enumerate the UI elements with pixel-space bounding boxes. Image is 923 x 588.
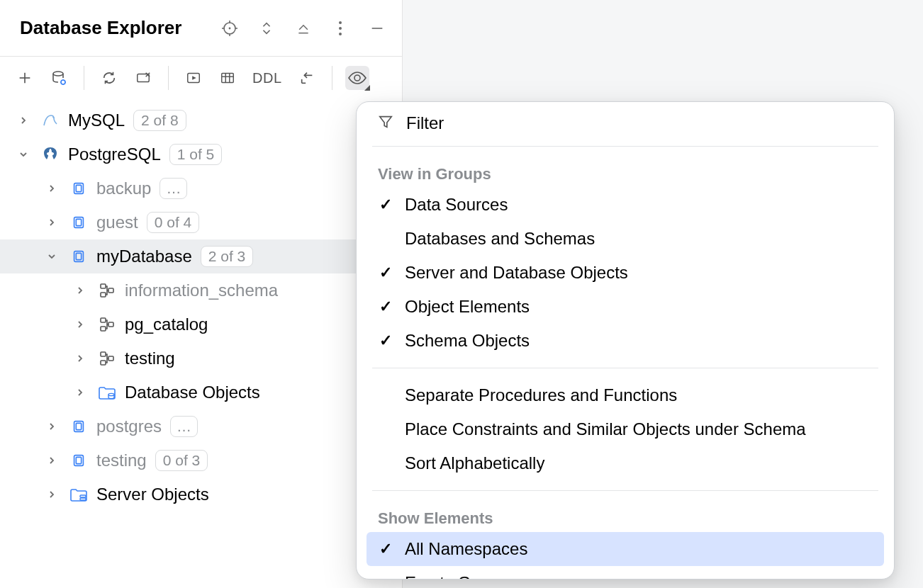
svg-point-7 [339, 21, 342, 24]
popup-item-schema-objects[interactable]: ✓ Schema Objects [367, 324, 884, 358]
tree-badge-more[interactable]: … [170, 416, 198, 437]
tree-item-testing-db[interactable]: testing 0 of 3 [0, 443, 402, 477]
check-icon: ✓ [367, 298, 405, 316]
svg-marker-28 [364, 85, 370, 91]
tree-label: testing [96, 451, 147, 470]
ddl-button[interactable]: DDL [250, 70, 285, 86]
minimize-icon[interactable] [368, 19, 386, 38]
tree-label: myDatabase [96, 247, 192, 266]
database-icon [69, 417, 88, 436]
jump-to-query-console-button[interactable] [181, 66, 206, 90]
svg-rect-43 [108, 356, 113, 361]
add-button[interactable] [13, 66, 37, 90]
mysql-icon [41, 111, 60, 130]
check-icon: ✓ [367, 332, 405, 350]
popup-item-label: Sort Alphabetically [405, 453, 544, 473]
popup-section-show-elements: Show Elements [357, 499, 894, 531]
popup-list: Separate Procedures and Functions Place … [357, 377, 894, 482]
svg-rect-50 [80, 498, 86, 500]
svg-rect-35 [101, 284, 106, 288]
view-options-popup: Filter View in Groups ✓ Data Sources Dat… [356, 101, 895, 579]
table-view-button[interactable] [216, 66, 240, 90]
svg-rect-37 [108, 288, 113, 293]
tree-item-mysql[interactable]: MySQL 2 of 8 [0, 103, 402, 137]
panel-header-actions [220, 19, 386, 38]
hide-icon[interactable] [294, 19, 313, 38]
popup-list: ✓ Data Sources Databases and Schemas ✓ S… [357, 186, 894, 359]
tree-item-backup[interactable]: backup … [0, 171, 402, 205]
svg-rect-20 [222, 74, 234, 83]
target-icon[interactable] [220, 19, 239, 38]
popup-divider [372, 368, 878, 368]
svg-point-9 [339, 33, 342, 35]
popup-item-label: All Namespaces [405, 539, 527, 559]
chevron-right-icon [74, 352, 86, 365]
refresh-button[interactable] [97, 66, 121, 90]
check-icon: ✓ [367, 264, 405, 282]
chevron-right-icon [45, 454, 58, 467]
tree-item-mydatabase[interactable]: myDatabase 2 of 3 [0, 239, 402, 273]
tree-label: testing [125, 349, 175, 368]
popup-filter[interactable]: Filter [357, 102, 894, 143]
tree-badge: 2 of 3 [201, 246, 254, 267]
tree-item-postgres-db[interactable]: postgres … [0, 409, 402, 443]
popup-item-label: Schema Objects [405, 331, 530, 351]
tree-item-information-schema[interactable]: information_schema [0, 273, 402, 307]
view-options-button[interactable] [345, 66, 369, 90]
tree-badge: 0 of 4 [147, 212, 200, 233]
expand-collapse-icon[interactable] [257, 19, 276, 38]
popup-filter-label: Filter [406, 113, 444, 133]
popup-item-label: Data Sources [405, 195, 508, 215]
popup-item-server-db-objects[interactable]: ✓ Server and Database Objects [367, 256, 884, 290]
tree-badge: 2 of 8 [133, 110, 186, 131]
schema-icon [98, 349, 116, 368]
filter-icon [378, 114, 396, 132]
database-tree: MySQL 2 of 8 PostgreSQL 1 of 5 backup … [0, 99, 402, 511]
chevron-right-icon [45, 420, 58, 433]
tree-label: backup [96, 179, 151, 198]
check-icon: ✓ [367, 540, 405, 558]
folder-database-icon [98, 383, 116, 402]
tree-item-testing-schema[interactable]: testing [0, 341, 402, 375]
tree-label: MySQL [68, 111, 125, 130]
tree-item-pg-catalog[interactable]: pg_catalog [0, 307, 402, 341]
svg-rect-34 [76, 253, 81, 259]
panel-title: Database Explorer [20, 17, 181, 39]
chevron-down-icon [45, 250, 58, 263]
popup-item-data-sources[interactable]: ✓ Data Sources [367, 188, 884, 222]
popup-item-empty-groups[interactable]: Empty Groups [367, 566, 884, 579]
tree-item-database-objects[interactable]: Database Objects [0, 375, 402, 409]
svg-rect-38 [101, 318, 106, 322]
svg-rect-30 [76, 185, 81, 191]
database-icon [69, 179, 88, 198]
tree-item-server-objects[interactable]: Server Objects [0, 477, 402, 511]
navigate-button[interactable] [295, 66, 319, 90]
popup-item-databases-schemas[interactable]: Databases and Schemas [367, 222, 884, 256]
svg-marker-19 [192, 76, 196, 80]
popup-item-place-constraints[interactable]: Place Constraints and Similar Objects un… [367, 412, 884, 446]
schema-icon [98, 315, 116, 334]
data-source-properties-button[interactable] [47, 66, 71, 90]
popup-item-separate-procedures[interactable]: Separate Procedures and Functions [367, 378, 884, 412]
tree-badge: 1 of 5 [169, 144, 223, 165]
disconnect-button[interactable] [131, 66, 155, 90]
postgresql-icon [41, 145, 60, 164]
chevron-down-icon [17, 148, 30, 161]
svg-rect-48 [76, 457, 81, 463]
popup-item-all-namespaces[interactable]: ✓ All Namespaces [367, 532, 884, 566]
chevron-right-icon [45, 488, 58, 501]
tree-item-postgresql[interactable]: PostgreSQL 1 of 5 [0, 137, 402, 171]
popup-item-label: Object Elements [405, 297, 530, 317]
tree-badge: 0 of 3 [155, 450, 208, 471]
tree-label: information_schema [125, 281, 278, 300]
popup-list: ✓ All Namespaces Empty Groups [357, 531, 894, 579]
popup-item-sort-alphabetically[interactable]: Sort Alphabetically [367, 446, 884, 480]
chevron-right-icon [45, 182, 58, 195]
tree-badge-more[interactable]: … [160, 178, 187, 199]
popup-item-object-elements[interactable]: ✓ Object Elements [367, 290, 884, 324]
more-icon[interactable] [331, 19, 349, 38]
chevron-right-icon [45, 216, 58, 229]
folder-server-icon [69, 485, 88, 504]
svg-point-1 [229, 27, 231, 29]
tree-item-guest[interactable]: guest 0 of 4 [0, 205, 402, 239]
